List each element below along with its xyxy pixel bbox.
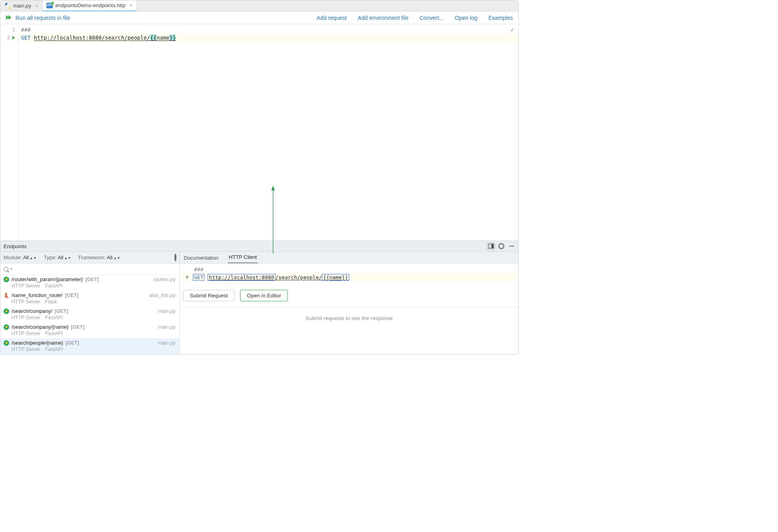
endpoints-filter-bar: Module: All▲▼ Type: All▲▼ Framework: All… xyxy=(0,252,179,264)
panel-title: Endpoints xyxy=(4,243,27,249)
close-icon[interactable]: × xyxy=(129,2,133,8)
fastapi-icon: ⚡ xyxy=(4,308,9,314)
endpoint-meta: HTTP ServerFastAPI xyxy=(4,315,175,320)
endpoint-meta: HTTP ServerFlask xyxy=(4,299,175,305)
editor-toolbar: Run all requests in file Add request Add… xyxy=(0,12,518,24)
endpoint-item[interactable]: 👢/same_function_route/ [GET]also_this.py… xyxy=(0,291,179,306)
endpoint-method: [GET] xyxy=(71,324,85,330)
endpoints-search-row: ▾ xyxy=(0,264,179,275)
type-filter[interactable]: Type: All▲▼ xyxy=(44,254,71,260)
endpoint-item[interactable]: ⚡/search/company/ [GET]main.pyHTTP Serve… xyxy=(0,306,179,322)
endpoint-meta: HTTP ServerFastAPI xyxy=(4,283,175,289)
tab-http-client[interactable]: HTTP Client xyxy=(228,252,258,263)
examples-link[interactable]: Examples xyxy=(489,15,513,21)
filter-settings-button[interactable] xyxy=(175,254,176,260)
file-tab-bar: main.py × endpointsDemo-endpoints.http × xyxy=(0,0,518,12)
line-number: 2 xyxy=(7,35,10,40)
right-tabs: Documentation HTTP Client xyxy=(180,252,518,264)
endpoints-list[interactable]: ⚡/router/with_param/{parameter} [GET]rou… xyxy=(0,275,179,354)
code-surface[interactable]: ### GET http://localhost:8080/search/peo… xyxy=(19,24,518,241)
open-in-editor-button[interactable]: Open in Editor xyxy=(240,290,288,301)
http-method: GET xyxy=(21,35,31,41)
search-icon xyxy=(4,267,8,272)
endpoints-list-pane: Module: All▲▼ Type: All▲▼ Framework: All… xyxy=(0,252,180,354)
tab-main-py[interactable]: main.py × xyxy=(1,0,42,11)
code-editor[interactable]: 1 2 ### GET http://localhost:8080/search… xyxy=(0,24,518,241)
endpoint-file: also_this.py xyxy=(149,293,175,298)
double-play-icon xyxy=(6,15,12,21)
endpoint-file: routers.py xyxy=(153,277,175,282)
http-client-actions: Submit Request Open in Editor xyxy=(180,283,518,307)
endpoint-method: [GET] xyxy=(65,293,79,298)
python-file-icon xyxy=(5,3,11,9)
search-history-icon[interactable]: ▾ xyxy=(11,267,12,271)
run-icon[interactable] xyxy=(186,275,189,279)
endpoint-method: [GET] xyxy=(55,308,68,314)
endpoint-file: main.py xyxy=(158,324,175,330)
request-separator: ### xyxy=(21,27,31,33)
request-separator: ### xyxy=(194,266,203,272)
layout-toggle-button[interactable] xyxy=(487,242,495,250)
framework-filter[interactable]: Framework: All▲▼ xyxy=(78,254,120,260)
endpoint-path: /router/with_param/{parameter} xyxy=(12,276,83,282)
close-icon[interactable]: × xyxy=(35,3,39,9)
convert-link[interactable]: Convert... xyxy=(420,15,444,21)
endpoints-search-input[interactable] xyxy=(15,266,176,272)
endpoints-panel-header: Endpoints xyxy=(0,241,518,252)
tab-documentation[interactable]: Documentation xyxy=(183,253,219,263)
minimize-icon xyxy=(509,246,514,247)
endpoint-path: /search/company/ xyxy=(12,308,52,314)
endpoint-path: /search/company/{name} xyxy=(12,324,69,330)
run-all-label: Run all requests in file xyxy=(15,15,70,21)
endpoint-item[interactable]: ⚡/search/company/{name} [GET]main.pyHTTP… xyxy=(0,322,179,338)
endpoint-path: /search/people/{name} xyxy=(12,340,63,346)
endpoints-panel-body: Module: All▲▼ Type: All▲▼ Framework: All… xyxy=(0,252,518,354)
panel-settings-button[interactable] xyxy=(497,242,506,250)
run-gutter-icon[interactable] xyxy=(12,36,15,40)
fastapi-icon: ⚡ xyxy=(4,277,9,282)
submit-request-button[interactable]: Submit Request xyxy=(183,290,235,301)
endpoint-method: [GET] xyxy=(85,277,99,282)
split-icon xyxy=(488,244,494,249)
response-placeholder: Submit requests to see the response xyxy=(180,307,518,354)
open-log-link[interactable]: Open log xyxy=(455,15,478,21)
gear-icon xyxy=(499,243,504,249)
tab-endpoints-http[interactable]: endpointsDemo-endpoints.http × xyxy=(42,0,137,12)
http-client-editor[interactable]: ### GET http://localhost:8080/search/peo… xyxy=(180,264,518,283)
tab-label: endpointsDemo-endpoints.http xyxy=(55,2,125,8)
endpoint-method: [GET] xyxy=(65,340,79,346)
toolbar-links: Add request Add environment file Convert… xyxy=(317,15,513,21)
fastapi-icon: ⚡ xyxy=(4,340,9,346)
endpoint-path: /same_function_route/ xyxy=(12,292,63,298)
fastapi-icon: ⚡ xyxy=(4,324,9,330)
tab-label: main.py xyxy=(13,3,31,9)
endpoint-file: main.py xyxy=(158,340,175,346)
http-file-icon xyxy=(46,3,53,8)
request-url: http://localhost:8080/search/people/{{na… xyxy=(34,35,176,41)
gear-icon xyxy=(175,254,176,261)
module-filter[interactable]: Module: All▲▼ xyxy=(4,254,37,260)
http-client-pane: Documentation HTTP Client ### GET http:/… xyxy=(180,252,518,354)
gutter: 1 2 xyxy=(0,24,19,241)
request-url: http://localhost:8080/search/people/{{na… xyxy=(208,274,349,281)
endpoint-meta: HTTP ServerFastAPI xyxy=(4,331,175,336)
endpoint-file: main.py xyxy=(158,308,175,314)
add-env-file-link[interactable]: Add environment file xyxy=(358,15,408,21)
inspection-ok-icon[interactable]: ✓ xyxy=(510,26,514,33)
flask-icon: 👢 xyxy=(4,293,9,298)
panel-hide-button[interactable] xyxy=(507,242,516,250)
http-method: GET xyxy=(193,274,204,281)
line-number: 1 xyxy=(12,27,15,33)
run-all-requests-button[interactable]: Run all requests in file xyxy=(6,15,70,21)
add-request-link[interactable]: Add request xyxy=(317,15,347,21)
endpoint-item[interactable]: ⚡/search/people/{name} [GET]main.pyHTTP … xyxy=(0,338,179,354)
endpoint-item[interactable]: ⚡/router/with_param/{parameter} [GET]rou… xyxy=(0,275,179,291)
endpoint-meta: HTTP ServerFastAPI xyxy=(4,347,175,352)
